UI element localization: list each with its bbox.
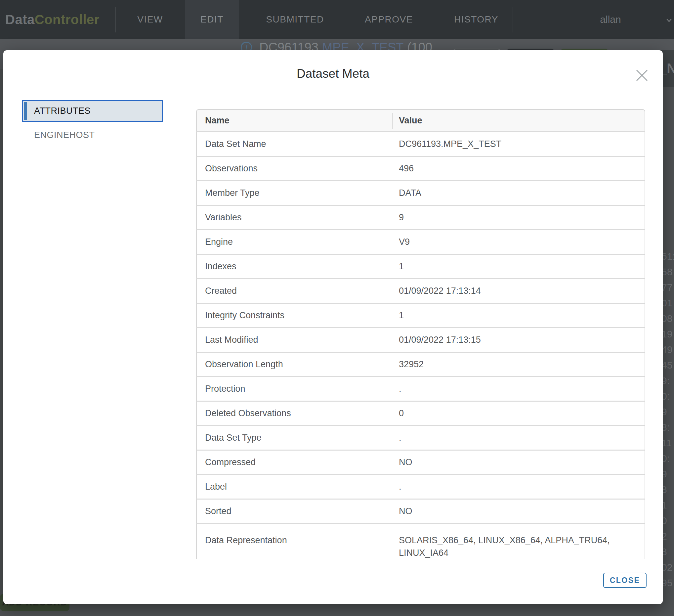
table-row: Observation Length 32952 bbox=[196, 352, 645, 376]
background-number-fragment: 95 bbox=[661, 577, 672, 589]
attribute-name-cell: Observations bbox=[196, 156, 392, 180]
close-icon[interactable] bbox=[635, 68, 649, 83]
attribute-value-cell: 9 bbox=[392, 205, 645, 229]
table-row: Indexes 1 bbox=[196, 254, 645, 278]
nav-tab-view[interactable]: VIEW bbox=[115, 0, 185, 39]
attribute-value-cell: 01/09/2022 17:13:15 bbox=[392, 327, 645, 352]
user-name: allan bbox=[600, 14, 621, 25]
attribute-name-cell: Indexes bbox=[196, 254, 392, 278]
table-row: Label . bbox=[196, 474, 645, 499]
table-row: Compressed NO bbox=[196, 449, 645, 474]
active-tab-accent-bar bbox=[24, 102, 27, 120]
column-header-value: Value bbox=[392, 109, 645, 131]
modal-title: Dataset Meta bbox=[3, 67, 663, 81]
attribute-name-cell: Data Set Name bbox=[196, 131, 392, 156]
tab-enginehost[interactable]: ENGINEHOST bbox=[22, 127, 163, 142]
attribute-name-cell: Compressed bbox=[196, 449, 392, 474]
attribute-name-cell: Integrity Constraints bbox=[196, 303, 392, 327]
attribute-name-cell: Created bbox=[196, 278, 392, 303]
dataset-meta-modal: Dataset Meta ATTRIBUTES ENGINEHOST Name … bbox=[3, 50, 663, 604]
attribute-name-cell: Engine bbox=[196, 229, 392, 254]
attribute-name-cell: Sorted bbox=[196, 499, 392, 523]
table-row: Data Representation SOLARIS_X86_64, LINU… bbox=[196, 523, 645, 559]
user-menu[interactable]: allan bbox=[547, 0, 674, 39]
attribute-name-cell: Data Set Type bbox=[196, 425, 392, 449]
table-row: Observations 496 bbox=[196, 156, 645, 180]
background-table-edge: 61:587701081949459:0:98:110:9810280295 bbox=[661, 0, 674, 616]
close-button-label: CLOSE bbox=[610, 576, 640, 585]
page-root: DataController VIEW EDIT SUBMITTED APPRO… bbox=[0, 0, 674, 616]
logo-part-controller: Controller bbox=[35, 12, 100, 27]
table-row: Engine V9 bbox=[196, 229, 645, 254]
table-row: Member Type DATA bbox=[196, 180, 645, 205]
nav-tab-submitted[interactable]: SUBMITTED bbox=[239, 0, 351, 39]
tab-attributes[interactable]: ATTRIBUTES bbox=[22, 100, 163, 122]
attribute-value-cell: 01/09/2022 17:13:14 bbox=[392, 278, 645, 303]
attribute-value-cell: 496 bbox=[392, 156, 645, 180]
table-row: Deleted Observations 0 bbox=[196, 401, 645, 425]
attribute-value-cell: . bbox=[392, 425, 645, 449]
attribute-name-cell: Label bbox=[196, 474, 392, 499]
background-number-fragment: 49 bbox=[661, 344, 672, 355]
background-number-fragment: 19 bbox=[661, 328, 672, 340]
attribute-value-cell: 1 bbox=[392, 303, 645, 327]
attribute-value-cell: 0 bbox=[392, 401, 645, 425]
attribute-name-cell: Last Modified bbox=[196, 327, 392, 352]
background-number-fragment: 08 bbox=[661, 313, 672, 324]
table-row: Data Set Type . bbox=[196, 425, 645, 449]
attribute-value-cell: NO bbox=[392, 499, 645, 523]
attribute-value-cell: DC961193.MPE_X_TEST bbox=[392, 131, 645, 156]
attribute-name-cell: Protection bbox=[196, 376, 392, 401]
background-number-fragment: 02 bbox=[661, 562, 672, 573]
tab-attributes-label: ATTRIBUTES bbox=[34, 106, 91, 116]
table-row: Data Set Name DC961193.MPE_X_TEST bbox=[196, 131, 645, 156]
background-number-fragment: 58 bbox=[661, 266, 672, 278]
nav-divider bbox=[513, 7, 513, 32]
background-number-fragment: 77 bbox=[661, 282, 672, 293]
attribute-name-cell: Variables bbox=[196, 205, 392, 229]
table-row: Sorted NO bbox=[196, 499, 645, 523]
background-number-fragment: 01 bbox=[661, 297, 672, 309]
table-row: Integrity Constraints 1 bbox=[196, 303, 645, 327]
attribute-value-cell: 1 bbox=[392, 254, 645, 278]
column-header-name: Name bbox=[196, 109, 392, 131]
attribute-value-cell: . bbox=[392, 474, 645, 499]
table-row: Protection . bbox=[196, 376, 645, 401]
attributes-table: Name Value Data Set Name DC961193.MPE_X_… bbox=[196, 109, 645, 559]
tab-enginehost-label: ENGINEHOST bbox=[34, 130, 95, 140]
logo-part-data: Data bbox=[5, 12, 35, 27]
attributes-table-container: Name Value Data Set Name DC961193.MPE_X_… bbox=[196, 109, 645, 559]
table-row: Created 01/09/2022 17:13:14 bbox=[196, 278, 645, 303]
background-number-fragment: 11 bbox=[661, 437, 672, 448]
attribute-value-cell: NO bbox=[392, 449, 645, 474]
attribute-name-cell: Member Type bbox=[196, 180, 392, 205]
close-button[interactable]: CLOSE bbox=[603, 573, 647, 588]
attribute-value-cell: DATA bbox=[392, 180, 645, 205]
nav-tab-approve[interactable]: APPROVE bbox=[351, 0, 427, 39]
nav-tab-edit[interactable]: EDIT bbox=[185, 0, 239, 39]
table-header-row: Name Value bbox=[196, 109, 645, 131]
background-number-fragment: 45 bbox=[661, 360, 672, 371]
attribute-name-cell: Deleted Observations bbox=[196, 401, 392, 425]
nav-tab-history[interactable]: HISTORY bbox=[440, 0, 513, 39]
attribute-value-cell: 32952 bbox=[392, 352, 645, 376]
attribute-value-cell: . bbox=[392, 376, 645, 401]
attribute-name-cell: Observation Length bbox=[196, 352, 392, 376]
table-row: Variables 9 bbox=[196, 205, 645, 229]
top-navbar: DataController VIEW EDIT SUBMITTED APPRO… bbox=[0, 0, 674, 39]
attribute-value-cell: SOLARIS_X86_64, LINUX_X86_64, ALPHA_TRU6… bbox=[392, 523, 645, 559]
app-logo: DataController bbox=[5, 0, 100, 39]
attribute-name-cell: Data Representation bbox=[196, 523, 392, 559]
attribute-value-cell: V9 bbox=[392, 229, 645, 254]
table-row: Last Modified 01/09/2022 17:13:15 bbox=[196, 327, 645, 352]
background-number-fragment: 61: bbox=[661, 251, 674, 262]
